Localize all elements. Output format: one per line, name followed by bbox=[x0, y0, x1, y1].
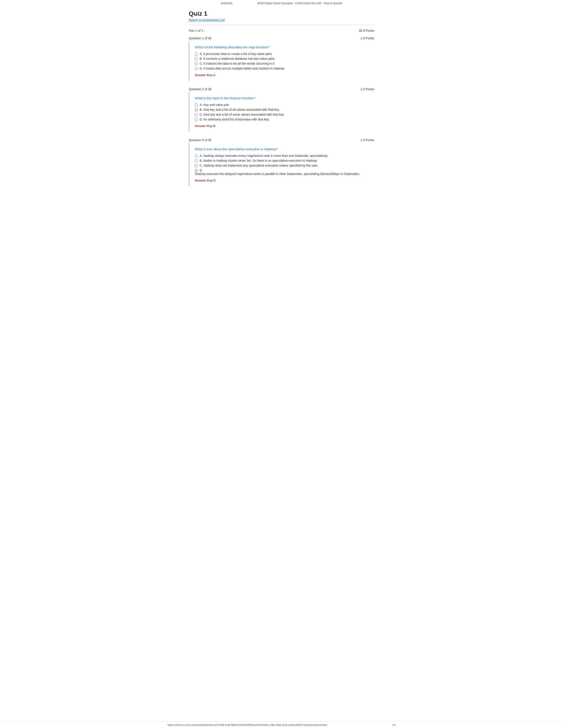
browser-date: 10/5/2018 bbox=[220, 2, 232, 5]
answer-key-value-1: A bbox=[213, 73, 215, 77]
part-label: Part 1 of 1 - bbox=[189, 29, 205, 32]
radio-circle-3-C[interactable] bbox=[195, 164, 198, 167]
option-1-A[interactable]: A. It processes data to create a list of… bbox=[195, 52, 369, 56]
question-section-1: Question 1 of 301.0 PointsWhich of the f… bbox=[189, 36, 374, 81]
radio-circle-3-B[interactable] bbox=[195, 159, 198, 162]
page-content: Quiz 1 Return to Assessment List Part 1 … bbox=[182, 6, 381, 202]
answer-key-label-2: Answer Key: bbox=[195, 124, 213, 128]
option-text-2-B: B. One key and a list of all values asso… bbox=[199, 108, 279, 111]
question-box-1: Which of the following describes the map… bbox=[189, 41, 374, 81]
radio-circle-1-B[interactable] bbox=[195, 57, 198, 60]
option-3-C[interactable]: C. Hadoop does not implement any specula… bbox=[195, 164, 369, 167]
option-text-3-B: B. Nodes in Hadoop cluster never fail. S… bbox=[199, 159, 318, 162]
answer-key-2: Answer Key:B bbox=[195, 124, 369, 128]
browser-tab-title: MUM Global Online Education : CS523-2018… bbox=[257, 2, 343, 5]
browser-tab-bar: 10/5/2018 MUM Global Online Education : … bbox=[0, 0, 563, 6]
part-points: 30.0 Points bbox=[359, 29, 374, 32]
answer-key-1: Answer Key:A bbox=[195, 73, 369, 77]
option-3-D[interactable]: D.Hadoop executes the delayed map/reduce… bbox=[195, 169, 369, 176]
question-points-1: 1.0 Points bbox=[361, 36, 374, 40]
question-text-2: What is the input to the Reduce function… bbox=[195, 96, 369, 100]
question-section-3: Question 3 of 301.0 PointsWhat is true a… bbox=[189, 138, 374, 186]
option-text-2-C: C. One key and a list of some values ass… bbox=[199, 113, 284, 116]
question-number-1: Question 1 of 30 bbox=[189, 36, 211, 40]
option-3-B[interactable]: B. Nodes in Hadoop cluster never fail. S… bbox=[195, 159, 369, 162]
option-text-1-D: D. It tracks data across multiple tables… bbox=[199, 67, 285, 70]
question-number-2: Question 2 of 30 bbox=[189, 87, 211, 91]
question-header-1: Question 1 of 301.0 Points bbox=[189, 36, 374, 40]
radio-circle-1-D[interactable] bbox=[195, 67, 198, 70]
part-row: Part 1 of 1 - 30.0 Points bbox=[189, 29, 374, 32]
options-list-1: A. It processes data to create a list of… bbox=[195, 52, 369, 70]
question-text-1: Which of the following describes the map… bbox=[195, 45, 369, 49]
radio-circle-3-A[interactable] bbox=[195, 154, 198, 158]
answer-key-3: Answer Key:D bbox=[195, 179, 369, 182]
question-points-2: 1.0 Points bbox=[361, 87, 374, 91]
question-box-3: What is true about the speculative execu… bbox=[189, 143, 374, 186]
option-text-3-D: Hadoop executes the delayed map/reduce t… bbox=[195, 172, 360, 176]
option-2-D[interactable]: D. An arbitrarily sized list of key/valu… bbox=[195, 118, 369, 121]
radio-circle-1-A[interactable] bbox=[195, 53, 198, 56]
option-1-C[interactable]: C. It indexes the data to list all the w… bbox=[195, 62, 369, 65]
option-2-C[interactable]: C. One key and a list of some values ass… bbox=[195, 113, 369, 116]
question-header-2: Question 2 of 301.0 Points bbox=[189, 87, 374, 91]
option-text-1-C: C. It indexes the data to list all the w… bbox=[199, 62, 274, 65]
option-2-B[interactable]: B. One key and a list of all values asso… bbox=[195, 108, 369, 111]
option-text-2-A: A. Key and value pair bbox=[199, 103, 229, 107]
options-list-3: A. Hadoop always executes every map/redu… bbox=[195, 154, 369, 176]
questions-container: Question 1 of 301.0 PointsWhich of the f… bbox=[189, 36, 374, 186]
radio-circle-2-D[interactable] bbox=[195, 118, 198, 121]
return-link[interactable]: Return to Assessment List bbox=[189, 18, 225, 22]
question-text-3: What is true about the speculative execu… bbox=[195, 147, 369, 151]
option-1-D[interactable]: D. It tracks data across multiple tables… bbox=[195, 67, 369, 70]
question-points-3: 1.0 Points bbox=[361, 138, 374, 142]
question-number-3: Question 3 of 30 bbox=[189, 138, 211, 142]
answer-key-label-1: Answer Key: bbox=[195, 73, 213, 77]
radio-circle-1-C[interactable] bbox=[195, 62, 198, 65]
options-list-2: A. Key and value pairB. One key and a li… bbox=[195, 103, 369, 121]
answer-key-value-2: B bbox=[213, 124, 215, 128]
radio-circle-2-A[interactable] bbox=[195, 103, 198, 107]
question-section-2: Question 2 of 301.0 PointsWhat is the in… bbox=[189, 87, 374, 132]
option-text-2-D: D. An arbitrarily sized list of key/valu… bbox=[199, 118, 269, 121]
option-2-A[interactable]: A. Key and value pair bbox=[195, 103, 369, 107]
radio-circle-2-C[interactable] bbox=[195, 113, 198, 116]
answer-key-value-3: D bbox=[213, 179, 216, 182]
option-3-A[interactable]: A. Hadoop always executes every map/redu… bbox=[195, 154, 369, 158]
option-text-1-B: B. It converts a relational database int… bbox=[199, 57, 274, 60]
main-divider bbox=[189, 25, 374, 25]
option-1-B[interactable]: B. It converts a relational database int… bbox=[195, 57, 369, 60]
question-box-2: What is the input to the Reduce function… bbox=[189, 92, 374, 132]
answer-key-label-3: Answer Key: bbox=[195, 179, 213, 182]
radio-circle-2-B[interactable] bbox=[195, 108, 198, 111]
radio-circle-3-D[interactable] bbox=[195, 169, 198, 172]
quiz-title: Quiz 1 bbox=[189, 10, 374, 17]
option-text-3-A: A. Hadoop always executes every map/redu… bbox=[199, 154, 328, 158]
option-text-3-C: C. Hadoop does not implement any specula… bbox=[199, 164, 318, 167]
question-header-3: Question 3 of 301.0 Points bbox=[189, 138, 374, 142]
option-text-1-A: A. It processes data to create a list of… bbox=[199, 52, 272, 56]
